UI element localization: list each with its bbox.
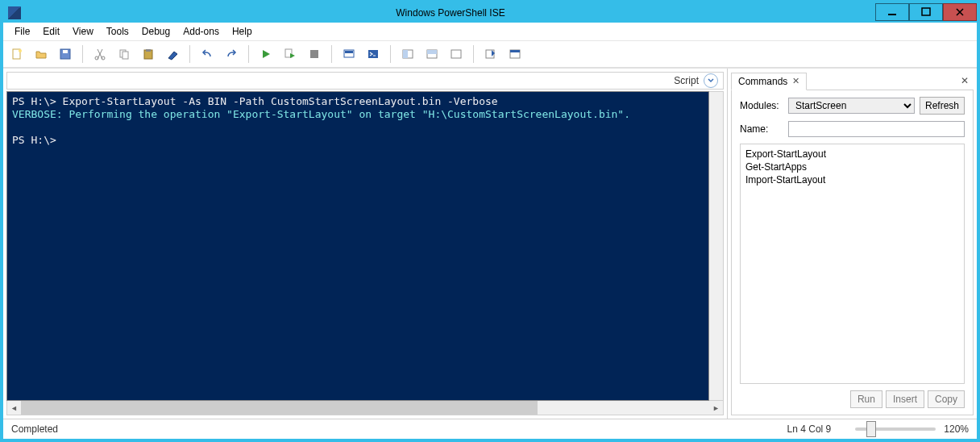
copy-icon	[118, 48, 131, 60]
zoom-slider[interactable]	[855, 427, 936, 431]
undo-icon	[201, 48, 214, 60]
chevron-down-icon	[707, 77, 715, 85]
open-button[interactable]	[31, 44, 52, 65]
undo-button[interactable]	[197, 44, 218, 65]
run-script-button[interactable]	[255, 44, 276, 65]
run-command-button[interactable]: Run	[850, 390, 882, 408]
run-selection-button[interactable]	[280, 44, 301, 65]
scroll-track[interactable]	[21, 401, 709, 415]
copy-button[interactable]	[114, 44, 135, 65]
stop-button[interactable]	[304, 44, 325, 65]
svg-rect-13	[310, 50, 318, 58]
zoom-value: 120%	[944, 423, 969, 435]
stop-icon	[308, 48, 321, 60]
clear-console-icon	[166, 48, 179, 60]
menu-debug[interactable]: Debug	[135, 23, 176, 40]
show-command-window-button[interactable]	[505, 44, 525, 65]
command-list[interactable]: Export-StartLayout Get-StartApps Import-…	[740, 144, 965, 384]
cut-icon	[93, 48, 106, 60]
powershell-icon	[367, 48, 380, 60]
script-pane-header[interactable]: Script	[6, 72, 724, 90]
refresh-button[interactable]: Refresh	[920, 97, 965, 115]
paste-button[interactable]	[138, 44, 159, 65]
list-item[interactable]: Get-StartApps	[745, 161, 959, 173]
redo-icon	[225, 48, 238, 60]
layout-max-button[interactable]	[446, 44, 467, 65]
layout-max-icon	[450, 48, 463, 60]
command-actions: Run Insert Copy	[740, 390, 965, 408]
paste-icon	[142, 48, 155, 60]
remote-tab-icon	[343, 48, 355, 60]
addon-tabstrip: Commands ✕ ✕	[731, 72, 974, 90]
menu-edit[interactable]: Edit	[36, 23, 66, 40]
start-powershell-button[interactable]	[363, 44, 384, 65]
zoom-slider-thumb[interactable]	[866, 421, 876, 437]
tab-commands[interactable]: Commands ✕	[731, 73, 807, 90]
horizontal-scrollbar[interactable]: ◄ ►	[6, 401, 724, 415]
menu-file[interactable]: File	[8, 23, 36, 40]
modules-label: Modules:	[740, 100, 783, 111]
window-title: Windows PowerShell ISE	[26, 7, 875, 19]
toolbar-separator	[189, 45, 190, 63]
svg-rect-24	[510, 50, 520, 52]
list-item[interactable]: Export-StartLayout	[745, 148, 959, 161]
new-remote-tab-button[interactable]	[338, 44, 359, 65]
toolbar-separator	[248, 45, 249, 63]
clear-button[interactable]	[162, 44, 183, 65]
svg-rect-5	[63, 50, 68, 53]
close-pane-icon[interactable]: ✕	[956, 75, 974, 86]
menu-tools[interactable]: Tools	[100, 23, 135, 40]
app-icon	[8, 6, 21, 19]
layout-top-button[interactable]	[421, 44, 442, 65]
minimize-icon	[887, 7, 897, 17]
maximize-icon	[921, 7, 931, 17]
cursor-position: Ln 4 Col 9	[787, 423, 832, 435]
modules-select[interactable]: StartScreen	[788, 98, 915, 114]
command-window-icon	[509, 48, 521, 60]
insert-command-button[interactable]: Insert	[886, 390, 924, 408]
toolbar	[3, 41, 977, 68]
name-label: Name:	[740, 123, 783, 135]
new-button[interactable]	[6, 44, 27, 65]
scroll-right-button[interactable]: ►	[709, 401, 723, 415]
left-column: Script PS H:\> Export-StartLayout -As BI…	[3, 69, 727, 419]
scroll-left-button[interactable]: ◄	[7, 401, 21, 415]
show-command-addon-button[interactable]	[480, 44, 501, 65]
svg-point-3	[19, 49, 22, 52]
zoom-control: 120%	[855, 423, 969, 435]
layout-side-icon	[401, 48, 414, 60]
console-wrap: PS H:\> Export-StartLayout -As BIN -Path…	[6, 91, 724, 415]
close-tab-icon[interactable]: ✕	[792, 76, 799, 86]
expand-script-pane-icon[interactable]	[704, 73, 718, 88]
cut-button[interactable]	[89, 44, 110, 65]
run-selection-icon	[284, 48, 297, 60]
svg-rect-0	[888, 14, 896, 15]
name-input[interactable]	[788, 121, 965, 137]
console-pane[interactable]: PS H:\> Export-StartLayout -As BIN -Path…	[6, 91, 709, 401]
menu-addons[interactable]: Add-ons	[176, 23, 226, 40]
layout-top-icon	[426, 48, 438, 60]
statusbar: Completed Ln 4 Col 9 120%	[3, 419, 977, 439]
save-button[interactable]	[55, 44, 76, 65]
run-icon	[260, 48, 272, 60]
scroll-thumb[interactable]	[21, 401, 538, 415]
menu-help[interactable]: Help	[226, 23, 259, 40]
menubar: File Edit View Tools Debug Add-ons Help	[3, 23, 977, 41]
modules-row: Modules: StartScreen Refresh	[740, 97, 965, 115]
minimize-button[interactable]	[875, 3, 909, 21]
close-button[interactable]	[943, 3, 977, 21]
powershell-ise-window: Windows PowerShell ISE File Edit View To…	[0, 0, 980, 442]
commands-panel: Modules: StartScreen Refresh Name: Expor…	[731, 90, 974, 415]
layout-side-button[interactable]	[397, 44, 418, 65]
list-item[interactable]: Import-StartLayout	[745, 173, 959, 186]
vertical-scrollbar[interactable]	[709, 91, 724, 401]
redo-button[interactable]	[221, 44, 242, 65]
maximize-button[interactable]	[909, 3, 943, 21]
menu-view[interactable]: View	[66, 23, 100, 40]
window-buttons	[875, 5, 977, 21]
svg-rect-21	[451, 50, 461, 58]
svg-rect-9	[122, 52, 128, 59]
new-file-icon	[10, 48, 23, 60]
svg-rect-20	[427, 50, 437, 54]
copy-command-button[interactable]: Copy	[928, 390, 965, 408]
